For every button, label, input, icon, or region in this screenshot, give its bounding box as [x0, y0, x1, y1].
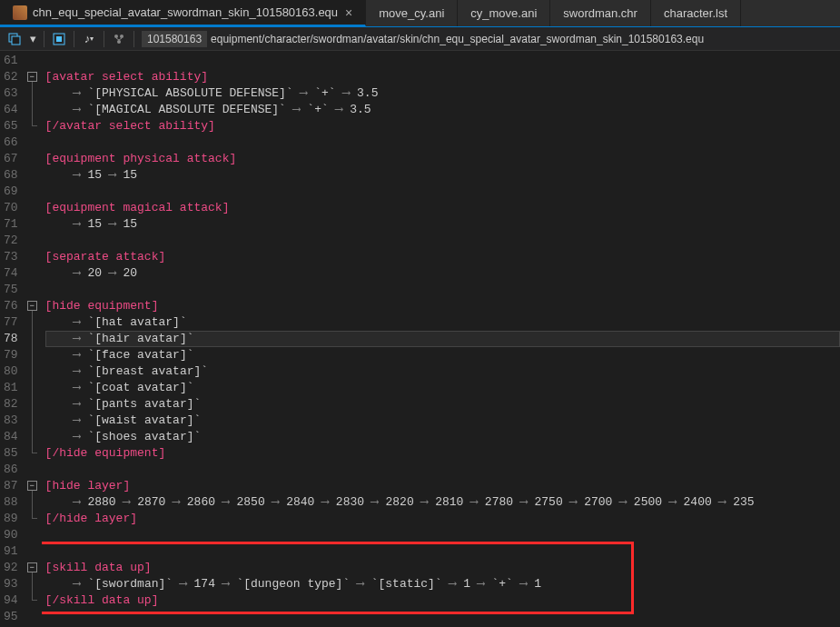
tab-item[interactable]: character.lst — [651, 0, 741, 26]
breadcrumb: 101580163 equipment/character/swordman/a… — [142, 31, 704, 47]
save-all-icon[interactable] — [5, 30, 24, 48]
separator — [74, 31, 74, 47]
tab-label: chn_equ_special_avatar_swordman_skin_101… — [33, 5, 338, 19]
file-path: equipment/character/swordman/avatar/skin… — [211, 33, 704, 45]
svg-point-6 — [117, 40, 121, 44]
file-icon — [13, 5, 27, 20]
line-gutter: 6162636465666768697071727374757677787980… — [0, 51, 25, 627]
tab-item[interactable]: cy_move.ani — [458, 0, 550, 26]
tab-item[interactable]: swordman.chr — [550, 0, 651, 26]
code-editor[interactable]: 6162636465666768697071727374757677787980… — [0, 51, 840, 627]
tab-bar: chn_equ_special_avatar_swordman_skin_101… — [0, 0, 840, 27]
tab-label: move_cy.ani — [379, 6, 444, 20]
file-id: 101580163 — [142, 31, 207, 47]
nav-icon[interactable]: ♪▾ — [80, 30, 98, 48]
dropdown-icon[interactable]: ▾ — [27, 30, 38, 48]
svg-point-4 — [114, 35, 118, 38]
tab-active[interactable]: chn_equ_special_avatar_swordman_skin_101… — [0, 0, 366, 26]
svg-rect-3 — [56, 36, 62, 42]
svg-point-5 — [120, 35, 124, 38]
code-area[interactable]: [avatar select ability] ⟶ `[PHYSICAL ABS… — [42, 51, 840, 627]
branch-icon[interactable] — [110, 30, 128, 48]
tab-label: cy_move.ani — [470, 6, 537, 20]
tab-label: swordman.chr — [563, 6, 637, 20]
toolbar: ▾ ♪▾ 101580163 equipment/character/sword… — [0, 27, 840, 51]
fold-column[interactable]: −−−− — [25, 51, 42, 627]
close-icon[interactable]: × — [345, 5, 352, 20]
tool-icon[interactable] — [50, 30, 68, 48]
tab-label: character.lst — [664, 6, 727, 20]
svg-rect-1 — [12, 36, 20, 45]
tab-item[interactable]: move_cy.ani — [366, 0, 458, 26]
separator — [44, 31, 44, 47]
separator — [104, 31, 104, 47]
separator — [133, 31, 134, 47]
